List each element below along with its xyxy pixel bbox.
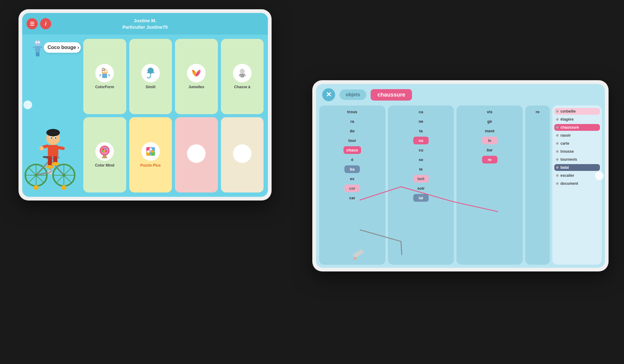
dot-corbeille	[556, 110, 559, 113]
game-card-jumelles[interactable]: Jumelles	[175, 39, 218, 114]
info-icon: i	[45, 21, 46, 27]
syl-su[interactable]: su	[413, 137, 429, 144]
syl-ne[interactable]: ne	[413, 118, 429, 125]
simili-label: Simili	[146, 85, 156, 89]
game-card-simili[interactable]: Simili	[129, 39, 172, 114]
syl-te[interactable]: te	[413, 165, 429, 173]
chasse-label: Chasse à	[234, 85, 250, 89]
left-scroll-button[interactable]	[23, 101, 32, 109]
syl-cor[interactable]: cor	[344, 184, 360, 192]
svg-point-68	[102, 150, 103, 152]
word-item-etagere[interactable]: étagère	[554, 116, 600, 123]
syllable-column-2: ca ne ta su cu se te beil soir lai	[388, 105, 454, 265]
syl-ca[interactable]: ca	[413, 108, 429, 116]
syl-tour[interactable]: tour	[344, 137, 360, 144]
word-item-rasoir[interactable]: rasoir	[554, 132, 600, 139]
colorform-icon	[95, 64, 114, 82]
svg-rect-2	[33, 47, 36, 48]
syllable-column-4: re	[525, 105, 550, 265]
svg-point-7	[38, 41, 40, 43]
syl-chaus[interactable]: chaus	[343, 146, 361, 154]
empty1-icon	[187, 144, 206, 163]
svg-line-61	[239, 74, 240, 76]
syl-lai[interactable]: lai	[413, 194, 429, 202]
syl-re2[interactable]: re	[482, 156, 497, 163]
word-trousse: trousse	[560, 149, 574, 154]
right-scroll-button[interactable]	[595, 172, 604, 180]
game-card-color-mind[interactable]: Color Mind	[83, 117, 126, 192]
game-card-empty-1[interactable]	[175, 117, 218, 192]
word-item-trousse[interactable]: trousse	[554, 148, 600, 155]
svg-rect-39	[57, 146, 65, 150]
syllable-columns: trous ra do tour chaus é ba es cor car c…	[319, 105, 550, 265]
word-item-corbeille[interactable]: corbeille	[554, 108, 600, 115]
svg-point-35	[55, 137, 56, 139]
svg-rect-1	[35, 46, 40, 52]
colorform-label: ColorForm	[95, 85, 114, 89]
svg-point-66	[105, 148, 106, 150]
svg-point-0	[35, 40, 41, 46]
game-card-puzzle-plus[interactable]: Puzzle Plus	[129, 117, 172, 192]
syl-re4[interactable]: re	[530, 108, 545, 116]
menu-button[interactable]: ☰	[27, 18, 38, 29]
syl-car[interactable]: car	[344, 194, 360, 202]
tablet-left: ☰ i Justine M. Particulier Justine75	[19, 9, 272, 201]
game-area: trous ra do tour chaus é ba es cor car c…	[316, 105, 605, 268]
word-item-tournevis[interactable]: tournevis	[554, 156, 600, 163]
syl-soir[interactable]: soir	[413, 184, 429, 192]
syl-ment[interactable]: ment	[482, 127, 497, 135]
svg-rect-71	[102, 157, 107, 158]
target-word: chaussure	[371, 89, 412, 101]
syl-ra[interactable]: ra	[344, 118, 360, 125]
dot-rasoir	[556, 134, 559, 137]
svg-point-78	[152, 150, 154, 153]
games-grid: ColorForm Simili	[81, 35, 268, 197]
svg-rect-3	[40, 47, 43, 48]
word-list-panel: corbeille étagère chaussure rasoir carte	[552, 105, 602, 265]
syl-lier[interactable]: lier	[482, 146, 497, 154]
syllable-column-1: trous ra do tour chaus é ba es cor car	[319, 105, 385, 265]
syl-ba[interactable]: ba	[344, 165, 360, 173]
syl-vis[interactable]: vis	[482, 108, 497, 116]
word-item-document[interactable]: document	[554, 180, 600, 187]
svg-point-44	[34, 185, 39, 190]
syl-cu[interactable]: cu	[413, 146, 429, 154]
syl-ge[interactable]: gè	[482, 118, 497, 125]
syl-es[interactable]: es	[344, 175, 360, 183]
game-card-chasse[interactable]: Chasse à	[221, 39, 264, 114]
word-corbeille: corbeille	[560, 109, 576, 114]
dot-document	[556, 182, 559, 185]
word-item-chaussure[interactable]: chaussure	[554, 124, 600, 131]
user-name: Justine M.	[123, 17, 168, 24]
word-document: document	[560, 181, 578, 186]
word-item-balai[interactable]: balai	[554, 164, 600, 171]
syl-trous[interactable]: trous	[344, 108, 360, 116]
close-button[interactable]: ✕	[322, 88, 335, 101]
left-sidebar: Coco bouge	[22, 35, 84, 197]
small-character-icon	[28, 39, 47, 61]
syl-le[interactable]: le	[482, 137, 497, 144]
word-item-escalier[interactable]: escalier	[554, 172, 600, 179]
syl-beil[interactable]: beil	[413, 175, 429, 183]
svg-point-31	[46, 129, 60, 136]
word-item-carte[interactable]: carte	[554, 140, 600, 147]
dot-etagere	[556, 118, 559, 121]
game-card-empty-2[interactable]	[221, 117, 264, 192]
info-button[interactable]: i	[40, 18, 51, 29]
coco-bouge-button[interactable]: Coco bouge	[44, 42, 81, 53]
svg-point-69	[105, 150, 107, 152]
svg-point-38	[40, 146, 44, 151]
jumelles-label: Jumelles	[189, 85, 204, 89]
syl-se[interactable]: se	[413, 156, 429, 163]
main-character-icon	[22, 107, 79, 197]
syl-ta[interactable]: ta	[413, 127, 429, 135]
word-rasoir: rasoir	[560, 133, 571, 138]
color-mind-label: Color Mind	[95, 163, 114, 168]
left-header-icons: ☰ i	[27, 18, 51, 29]
tablet-right-inner: ✕ objets chaussure	[316, 84, 605, 268]
syllable-column-3: vis gè ment le lier re	[456, 105, 523, 265]
syl-do[interactable]: do	[344, 127, 360, 135]
game-card-colorform[interactable]: ColorForm	[83, 39, 126, 114]
syl-e[interactable]: é	[344, 156, 360, 163]
dot-balai	[556, 166, 559, 169]
